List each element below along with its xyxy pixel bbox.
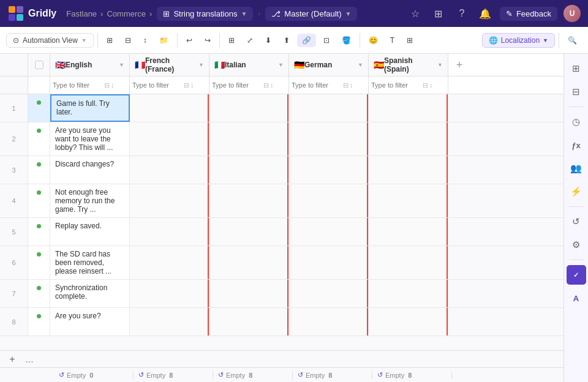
italian-filter-sort-icon[interactable]: ⊟	[263, 81, 269, 89]
french-cell-8[interactable]	[130, 308, 209, 335]
help-icon[interactable]: ?	[453, 5, 470, 22]
spanish-cell-3[interactable]	[369, 156, 448, 184]
french-cell-3[interactable]	[130, 156, 209, 184]
show-columns-button[interactable]: ⊞	[102, 34, 118, 47]
sidebar-icon-formula[interactable]: ƒx	[567, 135, 586, 155]
upload-button[interactable]: ⬆	[279, 34, 295, 47]
french-cell-2[interactable]	[130, 122, 209, 155]
italian-cell-7[interactable]	[209, 280, 289, 307]
french-filter-sort-icon[interactable]: ⊟	[184, 81, 189, 89]
sidebar-icon-active1[interactable]: ✓	[567, 265, 586, 285]
german-filter-order-icon[interactable]: ↕	[350, 81, 353, 89]
fill-button[interactable]: 🪣	[337, 34, 356, 47]
sidebar-icon-refresh[interactable]: ↺	[567, 212, 586, 231]
sidebar-icon-integrations[interactable]: ⚡	[567, 182, 586, 201]
folder-button[interactable]: 📁	[154, 34, 173, 47]
more-options-button[interactable]: …	[21, 354, 38, 364]
feedback-button[interactable]: ✎ Feedback	[500, 7, 557, 21]
sidebar-icon-settings[interactable]: ⚙	[567, 235, 586, 255]
german-cell-6[interactable]	[289, 246, 369, 279]
italian-cell-3[interactable]	[209, 156, 289, 184]
download-button[interactable]: ⬇	[260, 34, 276, 47]
sidebar-icon-users[interactable]: 👥	[567, 159, 586, 178]
link-button[interactable]: 🔗	[297, 34, 316, 47]
french-filter-order-icon[interactable]: ↕	[190, 81, 194, 89]
german-filter-input[interactable]	[292, 81, 341, 89]
spanish-cell-6[interactable]	[369, 246, 448, 279]
italian-filter-order-icon[interactable]: ↕	[270, 81, 274, 89]
french-cell-5[interactable]	[130, 218, 209, 245]
english-cell-5[interactable]: Replay saved.	[50, 218, 130, 245]
grid-view-button[interactable]: ⊞	[402, 34, 418, 47]
sidebar-icon-active2[interactable]: A	[567, 288, 586, 308]
search-button[interactable]: 🔍	[563, 34, 582, 47]
localization-button[interactable]: 🌐 Localization ▼	[482, 33, 555, 48]
german-cell-2[interactable]	[289, 122, 369, 155]
undo-button[interactable]: ↩	[181, 34, 197, 47]
english-filter-input[interactable]	[53, 81, 102, 89]
check-header[interactable]	[28, 54, 50, 76]
sidebar-icon-history[interactable]: ◷	[567, 112, 586, 132]
breadcrumb-section[interactable]: Commerce	[107, 9, 146, 18]
english-cell-8[interactable]: Are you sure?	[50, 308, 130, 335]
col-header-german[interactable]: 🇩🇪 German ▼	[289, 54, 369, 76]
col-header-italian[interactable]: 🇮🇹 Italian ▼	[209, 54, 289, 76]
add-column-button[interactable]: +	[448, 54, 470, 76]
german-cell-1[interactable]	[289, 94, 369, 122]
grid-icon[interactable]: ⊞	[430, 5, 447, 22]
sort-button[interactable]: ↕	[138, 34, 152, 47]
spanish-cell-8[interactable]	[369, 308, 448, 335]
expand-button[interactable]: ⤢	[242, 34, 258, 47]
avatar[interactable]: U	[564, 5, 581, 22]
automation-view-selector[interactable]: ⊙ Automation View ▼	[6, 33, 94, 48]
english-cell-6[interactable]: The SD card has been removed, please rei…	[50, 246, 130, 279]
english-cell-4[interactable]: Not enough free memory to run the game. …	[50, 184, 130, 217]
column-settings-button[interactable]: ⊡	[318, 34, 334, 47]
english-cell-2[interactable]: Are you sure you want to leave the lobby…	[50, 122, 130, 155]
english-cell-1[interactable]: Game is full. Try later.	[50, 94, 130, 122]
german-cell-3[interactable]	[289, 156, 369, 184]
filter-sort-icon[interactable]: ⊟	[104, 81, 110, 89]
filter-order-icon[interactable]: ↕	[111, 81, 115, 89]
breadcrumb-project[interactable]: Fastlane	[66, 9, 97, 18]
col-header-spanish[interactable]: 🇪🇸 Spanish (Spain) ▼	[369, 54, 448, 76]
french-filter-input[interactable]	[132, 81, 181, 89]
branch-pill[interactable]: ⎇ Master (Default) ▼	[265, 7, 357, 21]
french-cell-6[interactable]	[130, 246, 209, 279]
spanish-cell-7[interactable]	[369, 280, 448, 307]
german-cell-7[interactable]	[289, 280, 369, 307]
german-cell-4[interactable]	[289, 184, 369, 217]
spanish-cell-1[interactable]	[369, 94, 448, 122]
english-cell-3[interactable]: Discard changes?	[50, 156, 130, 184]
italian-cell-4[interactable]	[209, 184, 289, 217]
english-cell-7[interactable]: Synchronization complete.	[50, 280, 130, 307]
french-cell-1[interactable]	[130, 94, 209, 122]
italian-cell-6[interactable]	[209, 246, 289, 279]
text-button[interactable]: T	[385, 34, 399, 47]
german-cell-5[interactable]	[289, 218, 369, 245]
italian-filter-input[interactable]	[212, 81, 261, 89]
merge-button[interactable]: ⊞	[224, 34, 239, 47]
col-header-french[interactable]: 🇫🇷 French (France) ▼	[130, 54, 209, 76]
star-icon[interactable]: ☆	[407, 5, 424, 22]
select-all-checkbox[interactable]	[35, 61, 43, 69]
spanish-cell-4[interactable]	[369, 184, 448, 217]
sidebar-icon-filter[interactable]: ⊟	[567, 82, 586, 102]
italian-cell-1[interactable]	[209, 94, 289, 122]
redo-button[interactable]: ↪	[200, 34, 216, 47]
emoji-button[interactable]: 😊	[364, 34, 383, 47]
spanish-filter-order-icon[interactable]: ↕	[429, 81, 433, 89]
filter-button[interactable]: ⊟	[120, 34, 136, 47]
french-cell-4[interactable]	[130, 184, 209, 217]
spanish-cell-5[interactable]	[369, 218, 448, 245]
spanish-filter-input[interactable]	[371, 81, 420, 89]
add-row-button[interactable]: +	[4, 354, 21, 365]
spanish-cell-2[interactable]	[369, 122, 448, 155]
french-cell-7[interactable]	[130, 280, 209, 307]
sidebar-icon-columns[interactable]: ⊞	[567, 59, 586, 78]
italian-cell-8[interactable]	[209, 308, 289, 335]
bell-icon[interactable]: 🔔	[477, 5, 494, 22]
logo[interactable]: Gridly	[7, 5, 56, 22]
col-header-english[interactable]: 🇬🇧 English ▼	[50, 54, 130, 76]
german-cell-8[interactable]	[289, 308, 369, 335]
